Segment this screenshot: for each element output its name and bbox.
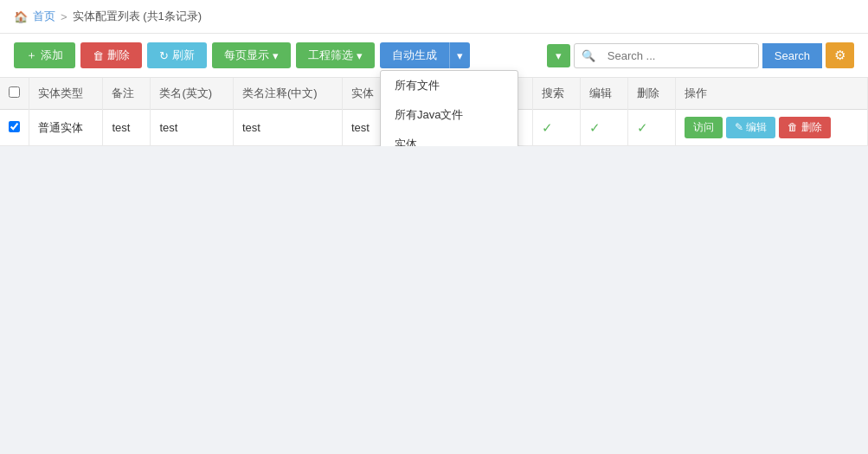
menu-item-entity[interactable]: 实体 — [381, 130, 518, 146]
select-all-checkbox[interactable] — [9, 86, 20, 98]
generate-dropdown[interactable]: 自动生成 ▾ 所有文件 所有Java文件 实体 数据访问层 数据业务层 控制器 … — [380, 42, 470, 68]
refresh-button[interactable]: ↻ 刷新 — [147, 42, 207, 68]
col-search: 搜索 — [532, 78, 580, 110]
trash-icon: 🗑 — [93, 49, 104, 62]
plus-icon: ＋ — [26, 48, 37, 63]
search-button[interactable]: Search — [762, 43, 822, 68]
check-icon: ✓ — [637, 120, 648, 135]
filter-button[interactable]: 工程筛选 ▾ — [296, 42, 375, 68]
col-entity-type: 实体类型 — [29, 78, 103, 110]
add-button[interactable]: ＋ 添加 — [14, 42, 75, 68]
cell-class-cn: test — [233, 110, 342, 146]
col-action: 操作 — [675, 78, 867, 110]
col-class-cn: 类名注释(中文) — [233, 78, 342, 110]
col-note: 备注 — [103, 78, 151, 110]
breadcrumb-sep: > — [61, 10, 68, 23]
check-icon: ✓ — [589, 120, 601, 135]
refresh-icon: ↻ — [159, 49, 169, 62]
cell-search-status: ✓ — [532, 110, 580, 146]
edit-row-button[interactable]: ✎ 编辑 — [726, 117, 775, 138]
chevron-down-icon: ▾ — [273, 49, 279, 62]
cell-actions: 访问 ✎ 编辑 🗑 删除 — [675, 110, 867, 146]
col-edit: 编辑 — [580, 78, 627, 110]
generate-button[interactable]: 自动生成 — [380, 42, 449, 68]
breadcrumb: 🏠 首页 > 实体配置列表 (共1条记录) — [0, 0, 868, 34]
settings-button[interactable]: ⚙ — [826, 42, 854, 68]
cell-class-en: test — [151, 110, 234, 146]
row-checkbox[interactable] — [9, 121, 20, 132]
chevron-down-icon: ▾ — [357, 49, 363, 62]
menu-item-all-files[interactable]: 所有文件 — [381, 71, 518, 100]
col-class-en: 类名(英文) — [151, 78, 234, 110]
chevron-down-icon: ▾ — [457, 49, 463, 62]
search-input-wrap: 🔍 — [574, 43, 759, 68]
delete-row-button[interactable]: 🗑 删除 — [779, 117, 830, 138]
cell-note: test — [103, 110, 151, 146]
search-dropdown-button[interactable]: ▾ — [547, 44, 570, 67]
trash-icon: 🗑 — [788, 121, 798, 133]
select-all-header — [0, 78, 29, 110]
cell-del2-status: ✓ — [627, 110, 675, 146]
cell-edit-status: ✓ — [580, 110, 627, 146]
menu-item-all-java[interactable]: 所有Java文件 — [381, 100, 518, 130]
row-checkbox-cell — [0, 110, 29, 146]
visit-button[interactable]: 访问 — [685, 117, 723, 138]
generate-menu: 所有文件 所有Java文件 实体 数据访问层 数据业务层 控制器 所有页面 li… — [380, 70, 518, 146]
bulk-delete-button[interactable]: 🗑 删除 — [80, 42, 142, 68]
toolbar: ＋ 添加 🗑 删除 ↻ 刷新 每页显示 ▾ 工程筛选 ▾ 自动生成 ▾ 所有文件… — [0, 34, 868, 78]
col-del2: 删除 — [627, 78, 675, 110]
search-input[interactable] — [602, 45, 758, 67]
search-area: ▾ 🔍 Search ⚙ — [547, 42, 854, 68]
edit-icon: ✎ — [735, 121, 743, 133]
generate-dropdown-toggle[interactable]: ▾ — [449, 42, 470, 68]
breadcrumb-current: 实体配置列表 (共1条记录) — [73, 9, 203, 24]
cell-entity-type: 普通实体 — [29, 110, 103, 146]
breadcrumb-home-link[interactable]: 首页 — [33, 9, 55, 24]
search-icon: 🔍 — [575, 44, 602, 67]
check-icon: ✓ — [542, 120, 553, 135]
perpage-button[interactable]: 每页显示 ▾ — [212, 42, 291, 68]
home-icon: 🏠 — [14, 10, 28, 23]
